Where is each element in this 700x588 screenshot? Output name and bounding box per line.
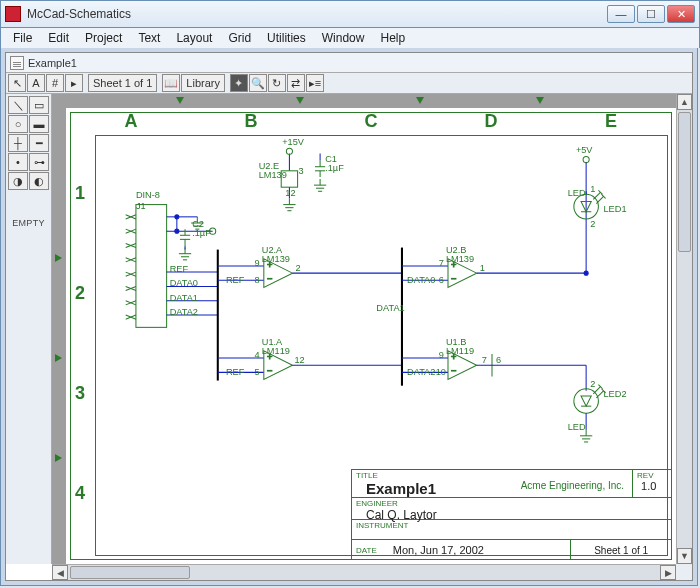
tool-text-icon[interactable]: A [27, 74, 45, 92]
tb-instrument-label: INSTRUMENT [356, 521, 667, 530]
sheet-col-c: C [365, 111, 378, 132]
menu-window[interactable]: Window [314, 29, 373, 47]
tool-more-icon[interactable]: ▸≡ [306, 74, 324, 92]
sheet-col-e: E [605, 111, 617, 132]
menu-project[interactable]: Project [77, 29, 130, 47]
sheet-border: A B C D E 1 2 3 4 + [70, 112, 672, 560]
library-browser-icon[interactable]: 📖 [162, 74, 180, 92]
sheet-col-b: B [245, 111, 258, 132]
window-titlebar: McCad-Schematics — ☐ ✕ [0, 0, 700, 28]
tb-engineer-label: ENGINEER [356, 499, 667, 508]
document-tabbar: Example1 [6, 53, 692, 73]
tool-navigate-icon[interactable]: ✦ [230, 74, 248, 92]
menu-layout[interactable]: Layout [168, 29, 220, 47]
scroll-right-icon[interactable]: ▶ [660, 565, 676, 580]
schematic-canvas[interactable]: A B C D E 1 2 3 4 + [52, 94, 676, 564]
menu-bar: File Edit Project Text Layout Grid Utili… [0, 28, 700, 48]
tool-output-icon[interactable]: ◐ [29, 172, 49, 190]
tb-date-label: DATE [356, 546, 377, 555]
tool-circle-icon[interactable]: ○ [8, 115, 28, 133]
sheet-row-1: 1 [75, 183, 85, 204]
sheet-col-a: A [125, 111, 138, 132]
hscroll-thumb[interactable] [70, 566, 190, 579]
tool-net-icon[interactable]: ⊶ [29, 153, 49, 171]
document-icon [10, 56, 24, 70]
sidepanel-label: EMPTY [8, 218, 49, 228]
menu-utilities[interactable]: Utilities [259, 29, 314, 47]
tb-title: Example1 [356, 480, 436, 497]
tool-pointer-icon[interactable]: ↖ [8, 74, 26, 92]
tool-nav-right-icon[interactable]: ▸ [65, 74, 83, 92]
scroll-up-icon[interactable]: ▲ [677, 94, 692, 110]
tool-zoom-icon[interactable]: 🔍 [249, 74, 267, 92]
ruler-vertical [52, 108, 66, 564]
vscroll-thumb[interactable] [678, 112, 691, 252]
maximize-button[interactable]: ☐ [637, 5, 665, 23]
tb-date: Mon, Jun 17, 2002 [383, 544, 484, 556]
tool-junction-icon[interactable]: • [8, 153, 28, 171]
app-icon [5, 6, 21, 22]
title-block: TITLE Example1 Acme Engineering, Inc. RE… [351, 469, 671, 559]
tool-fillrect-icon[interactable]: ▬ [29, 115, 49, 133]
sheet-row-2: 2 [75, 283, 85, 304]
tb-company: Acme Engineering, Inc. [511, 480, 628, 497]
menu-grid[interactable]: Grid [220, 29, 259, 47]
scroll-left-icon[interactable]: ◀ [52, 565, 68, 580]
menu-text[interactable]: Text [130, 29, 168, 47]
menu-file[interactable]: File [5, 29, 40, 47]
tb-title-label: TITLE [356, 471, 628, 480]
sheet-col-d: D [485, 111, 498, 132]
tool-wire-icon[interactable]: ┼ [8, 134, 28, 152]
close-button[interactable]: ✕ [667, 5, 695, 23]
document-tab[interactable]: Example1 [28, 57, 77, 69]
side-toolbar: ＼ ▭ ○ ▬ ┼ ━ • ⊶ ◑ ◐ EMPTY [6, 94, 52, 564]
sheet-row-3: 3 [75, 383, 85, 404]
vertical-scrollbar[interactable]: ▲ ▼ [676, 94, 692, 564]
horizontal-scrollbar[interactable]: ◀ ▶ [52, 564, 676, 580]
tb-sheet: Sheet 1 of 1 [594, 545, 648, 556]
tool-line-icon[interactable]: ＼ [8, 96, 28, 114]
minimize-button[interactable]: — [607, 5, 635, 23]
scroll-down-icon[interactable]: ▼ [677, 548, 692, 564]
scroll-corner [676, 564, 692, 580]
sheet-row-4: 4 [75, 483, 85, 504]
tool-flip-icon[interactable]: ⇄ [287, 74, 305, 92]
tb-rev: 1.0 [637, 480, 667, 492]
menu-help[interactable]: Help [372, 29, 413, 47]
tool-bus-icon[interactable]: ━ [29, 134, 49, 152]
menu-edit[interactable]: Edit [40, 29, 77, 47]
client-area: Example1 ↖ A # ▸ Sheet 1 of 1 📖 Library … [0, 48, 698, 586]
tool-rect-icon[interactable]: ▭ [29, 96, 49, 114]
sheet-indicator[interactable]: Sheet 1 of 1 [88, 74, 157, 92]
main-toolbar: ↖ A # ▸ Sheet 1 of 1 📖 Library ✦ 🔍 ↻ ⇄ ▸… [6, 73, 692, 94]
library-button[interactable]: Library [181, 74, 225, 92]
tool-rotate-icon[interactable]: ↻ [268, 74, 286, 92]
tool-input-icon[interactable]: ◑ [8, 172, 28, 190]
tb-rev-label: REV [637, 471, 667, 480]
window-title: McCad-Schematics [27, 7, 607, 21]
ruler-horizontal [52, 94, 676, 108]
tool-grid-icon[interactable]: # [46, 74, 64, 92]
